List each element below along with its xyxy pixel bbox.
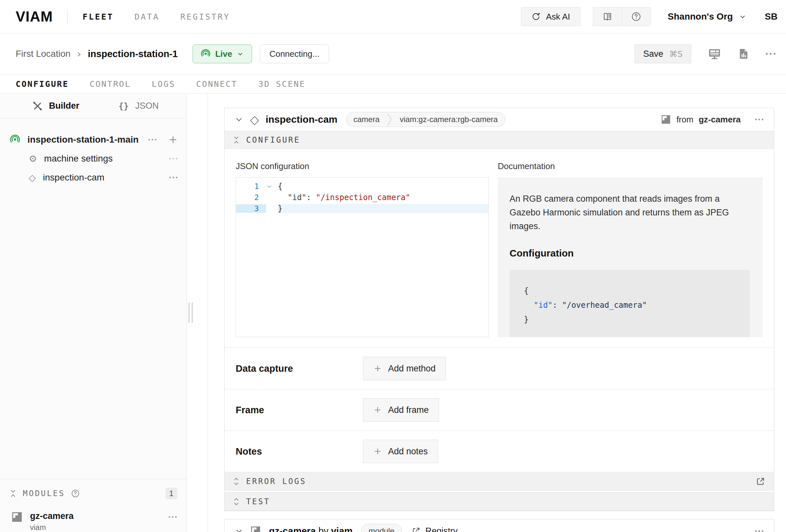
top-nav: VIAM FLEET DATA REGISTRY Ask AI [0, 0, 786, 33]
tree-item-inspection-cam[interactable]: ◇ inspection-cam [0, 168, 186, 187]
configure-section-title: CONFIGURE [246, 135, 300, 145]
ask-ai-icon [531, 12, 541, 22]
tab-connect[interactable]: CONNECT [196, 79, 237, 89]
expand-section-icon [233, 497, 239, 507]
editor-line-active: 3 } [236, 203, 488, 214]
component-diamond-icon: ◇ [250, 113, 259, 126]
from-module-name: gz-camera [698, 115, 741, 125]
add-frame-label: Add frame [388, 405, 429, 415]
component-more-icon[interactable] [754, 118, 764, 121]
nav-item-registry[interactable]: REGISTRY [180, 12, 230, 22]
test-bar[interactable]: TEST [225, 492, 774, 511]
component-title: inspection-cam [266, 114, 338, 125]
connecting-button[interactable]: Connecting... [260, 44, 329, 63]
error-logs-bar[interactable]: ERROR LOGS [225, 472, 774, 490]
configure-section-bar[interactable]: CONFIGURE [225, 131, 774, 149]
error-logs-title: ERROR LOGS [246, 477, 306, 486]
documentation-panel[interactable]: An RGB camera component that reads image… [498, 177, 763, 337]
open-logs-external-icon[interactable] [756, 477, 765, 486]
monitor-icon[interactable] [708, 47, 721, 61]
documentation-label: Documentation [498, 161, 763, 171]
tab-3d-scene[interactable]: 3D SCENE [258, 79, 305, 89]
code-text: "id": "/inspection_camera" [278, 193, 488, 202]
module-icon [250, 526, 261, 532]
help-icon[interactable] [622, 7, 650, 26]
breadcrumb-location[interactable]: First Location [16, 49, 70, 59]
module-card-more-icon[interactable] [754, 530, 764, 532]
tree-item-label: inspection-station-1-main [27, 135, 139, 145]
org-switcher[interactable]: Shannon's Org [668, 11, 747, 22]
tree-more-icon[interactable] [169, 157, 178, 160]
collapse-chevron-icon[interactable] [234, 115, 244, 124]
ask-ai-button[interactable]: Ask AI [521, 7, 580, 26]
from-module-info[interactable]: from gz-camera [661, 114, 741, 125]
live-status-dropdown[interactable]: Live [192, 44, 252, 63]
tab-control[interactable]: CONTROL [89, 79, 131, 89]
notes-label: Notes [236, 446, 363, 457]
registry-link[interactable]: Registry [412, 526, 458, 532]
tab-configure[interactable]: CONFIGURE [16, 79, 69, 89]
line-number: 2 [236, 193, 266, 202]
add-component-icon[interactable] [168, 135, 178, 145]
add-method-button[interactable]: Add method [363, 357, 446, 380]
doc-description: An RGB camera component that reads image… [510, 192, 750, 233]
collapse-chevron-icon[interactable] [234, 527, 244, 532]
tree-item-machine-part[interactable]: inspection-station-1-main [0, 130, 186, 149]
json-toggle[interactable]: {} JSON [118, 101, 159, 111]
save-label: Save [643, 49, 664, 59]
live-status-label: Live [215, 49, 232, 59]
live-status-icon [201, 49, 210, 59]
configure-body: JSON configuration 1 { [225, 149, 774, 348]
builder-toggle[interactable]: Builder [33, 101, 79, 111]
save-button[interactable]: Save ⌘S [634, 44, 691, 63]
machine-part-live-icon [10, 135, 20, 145]
plus-icon [373, 447, 382, 456]
viam-logo[interactable]: VIAM [16, 8, 53, 25]
builder-json-toggle: Builder {} JSON [0, 94, 186, 118]
docs-book-icon[interactable] [593, 7, 622, 26]
machine-bar: First Location › inspection-station-1 Li… [0, 33, 786, 74]
external-link-icon [412, 527, 421, 532]
tree-item-label: machine settings [44, 154, 113, 164]
modules-section: MODULES 1 [0, 479, 186, 532]
org-name: Shannon's Org [668, 11, 733, 22]
report-document-icon[interactable] [737, 48, 749, 60]
tree-more-icon[interactable] [169, 176, 178, 179]
config-sidebar: Builder {} JSON inspection [0, 94, 187, 532]
tree-more-icon[interactable] [148, 138, 157, 141]
add-notes-button[interactable]: Add notes [363, 440, 438, 463]
machine-tabs: CONFIGURE CONTROL LOGS CONNECT 3D SCENE [0, 74, 786, 94]
module-name: gz-camera [30, 511, 74, 521]
component-card-header: ◇ inspection-cam camera viam:gz-camera:r… [225, 108, 774, 131]
nav-item-data[interactable]: DATA [135, 12, 159, 22]
fold-chevron-icon[interactable] [266, 183, 278, 190]
data-capture-label: Data capture [236, 363, 363, 374]
tab-logs[interactable]: LOGS [152, 79, 175, 89]
modules-help-icon[interactable] [71, 489, 80, 498]
add-frame-button[interactable]: Add frame [363, 398, 439, 422]
machine-actions [708, 47, 776, 61]
sidebar-resize-handle[interactable] [188, 303, 193, 323]
main-panel: ◇ inspection-cam camera viam:gz-camera:r… [208, 94, 786, 532]
builder-label: Builder [49, 101, 79, 111]
code-text: } [524, 313, 740, 327]
frame-row: Frame Add frame [225, 389, 774, 431]
modules-count-badge: 1 [165, 488, 177, 499]
live-chevron-down-icon [237, 50, 244, 57]
module-type-chip: module [361, 524, 402, 532]
braces-icon: {} [118, 101, 129, 111]
nav-item-fleet[interactable]: FLEET [83, 12, 114, 22]
chip-divider-icon [387, 112, 393, 127]
json-config-editor[interactable]: 1 { 2 "id": "/inspection_camera" [236, 177, 489, 337]
add-notes-label: Add notes [388, 446, 428, 457]
more-options-icon[interactable] [765, 52, 776, 55]
avatar[interactable]: SB [765, 11, 778, 22]
modules-header[interactable]: MODULES 1 [10, 488, 177, 499]
breadcrumb-machine: inspection-station-1 [88, 49, 178, 60]
ask-ai-label: Ask AI [546, 12, 570, 22]
collapse-section-icon [10, 489, 16, 499]
module-list-item[interactable]: gz-camera viam [10, 511, 177, 532]
module-more-icon[interactable] [168, 516, 177, 518]
help-icon-group [593, 7, 651, 26]
tree-item-machine-settings[interactable]: ⚙ machine settings [0, 149, 186, 168]
